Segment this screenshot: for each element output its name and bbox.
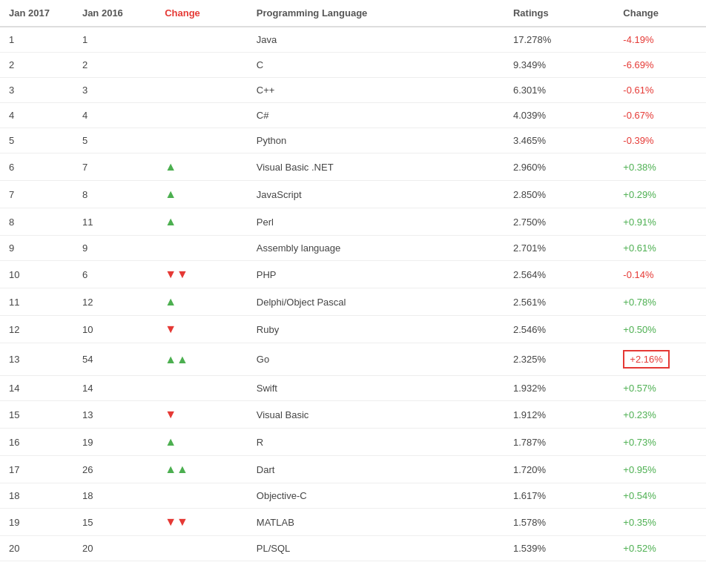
ratings-cell: 2.701% bbox=[504, 236, 614, 261]
ratings-cell: 2.850% bbox=[504, 181, 614, 208]
change-value-cell: +0.91% bbox=[614, 208, 706, 236]
change-value-cell: +0.38% bbox=[614, 153, 706, 181]
change-value-cell: +0.52% bbox=[614, 536, 706, 561]
rank-cell: 20 bbox=[0, 536, 73, 561]
table-row: 1619▲R1.787%+0.73% bbox=[0, 429, 706, 456]
change-value: -4.19% bbox=[623, 34, 653, 45]
rank-cell: 18 bbox=[0, 483, 73, 509]
language-cell: Assembly language bbox=[248, 236, 504, 261]
rank-cell: 12 bbox=[0, 316, 73, 343]
table-row: 106▼▼PHP2.564%-0.14% bbox=[0, 261, 706, 288]
header-change: Change bbox=[156, 0, 248, 27]
change-value-cell: -0.39% bbox=[614, 128, 706, 153]
arrow-down-icon: ▼ bbox=[165, 323, 176, 335]
change-value: -0.61% bbox=[623, 85, 653, 96]
prev-rank-cell: 11 bbox=[73, 208, 156, 236]
table-row: 99Assembly language2.701%+0.61% bbox=[0, 236, 706, 261]
table-row: 44C#4.039%-0.67% bbox=[0, 103, 706, 128]
language-cell: Perl bbox=[248, 208, 504, 236]
arrow-up-double-icon: ▲▲ bbox=[165, 463, 188, 475]
prev-rank-cell: 12 bbox=[73, 288, 156, 316]
rank-cell: 11 bbox=[0, 288, 73, 316]
change-icon-cell bbox=[156, 376, 248, 401]
language-cell: MATLAB bbox=[248, 509, 504, 536]
language-cell: Python bbox=[248, 128, 504, 153]
prev-rank-cell: 15 bbox=[73, 509, 156, 536]
ratings-cell: 1.617% bbox=[504, 483, 614, 509]
prev-rank-cell: 4 bbox=[73, 103, 156, 128]
change-value-cell: -4.19% bbox=[614, 27, 706, 53]
change-value: -6.69% bbox=[623, 59, 653, 70]
change-value-cell: +0.35% bbox=[614, 509, 706, 536]
ratings-cell: 1.578% bbox=[504, 509, 614, 536]
table-row: 1513▼Visual Basic1.912%+0.23% bbox=[0, 401, 706, 429]
header-language: Programming Language bbox=[248, 0, 504, 27]
ratings-cell: 2.546% bbox=[504, 316, 614, 343]
change-icon-cell: ▼▼ bbox=[156, 261, 248, 288]
change-icon-cell: ▲ bbox=[156, 208, 248, 236]
change-value: +0.61% bbox=[623, 242, 656, 254]
language-cell: R bbox=[248, 429, 504, 456]
arrow-down-icon: ▼ bbox=[165, 408, 176, 420]
language-cell: C++ bbox=[248, 78, 504, 103]
ratings-cell: 9.349% bbox=[504, 53, 614, 78]
language-cell: JavaScript bbox=[248, 181, 504, 208]
change-icon-cell bbox=[156, 128, 248, 153]
prev-rank-cell: 9 bbox=[73, 236, 156, 261]
table-row: 1818Objective-C1.617%+0.54% bbox=[0, 483, 706, 509]
change-icon-cell: ▼ bbox=[156, 401, 248, 429]
change-icon-cell: ▲▲ bbox=[156, 343, 248, 376]
table-row: 1354▲▲Go2.325%+2.16% bbox=[0, 343, 706, 376]
rank-cell: 9 bbox=[0, 236, 73, 261]
change-icon-cell bbox=[156, 483, 248, 509]
ratings-cell: 17.278% bbox=[504, 27, 614, 53]
rank-cell: 14 bbox=[0, 376, 73, 401]
rank-cell: 4 bbox=[0, 103, 73, 128]
language-cell: C bbox=[248, 53, 504, 78]
ratings-cell: 3.465% bbox=[504, 128, 614, 153]
prev-rank-cell: 8 bbox=[73, 181, 156, 208]
prev-rank-cell: 14 bbox=[73, 376, 156, 401]
change-value: -0.39% bbox=[623, 135, 653, 146]
change-icon-cell bbox=[156, 27, 248, 53]
prev-rank-cell: 19 bbox=[73, 429, 156, 456]
change-icon-cell: ▲ bbox=[156, 153, 248, 181]
rank-cell: 1 bbox=[0, 27, 73, 53]
language-cell: Visual Basic .NET bbox=[248, 153, 504, 181]
header-jan2017: Jan 2017 bbox=[0, 0, 73, 27]
change-icon-cell: ▼▼ bbox=[156, 509, 248, 536]
language-cell: Visual Basic bbox=[248, 401, 504, 429]
change-icon-cell: ▲ bbox=[156, 288, 248, 316]
change-value: -0.14% bbox=[623, 269, 653, 280]
prev-rank-cell: 5 bbox=[73, 128, 156, 153]
language-cell: Delphi/Object Pascal bbox=[248, 288, 504, 316]
change-icon-cell bbox=[156, 536, 248, 561]
change-icon-cell: ▲▲ bbox=[156, 456, 248, 483]
prev-rank-cell: 2 bbox=[73, 53, 156, 78]
arrow-up-icon: ▲ bbox=[165, 160, 176, 173]
header-ratings: Ratings bbox=[504, 0, 614, 27]
change-value: +0.91% bbox=[623, 217, 656, 228]
change-value-cell: -6.69% bbox=[614, 53, 706, 78]
table-row: 811▲Perl2.750%+0.91% bbox=[0, 208, 706, 236]
ratings-cell: 2.564% bbox=[504, 261, 614, 288]
change-value: +0.73% bbox=[623, 437, 656, 448]
change-icon-cell: ▲ bbox=[156, 181, 248, 208]
arrow-up-icon: ▲ bbox=[165, 435, 176, 448]
prev-rank-cell: 7 bbox=[73, 153, 156, 181]
change-value: +0.35% bbox=[623, 517, 656, 528]
change-value-cell: +0.23% bbox=[614, 401, 706, 429]
language-cell: PHP bbox=[248, 261, 504, 288]
arrow-down-double-icon: ▼▼ bbox=[165, 515, 188, 528]
table-row: 2020PL/SQL1.539%+0.52% bbox=[0, 536, 706, 561]
table-row: 1210▼Ruby2.546%+0.50% bbox=[0, 316, 706, 343]
table-row: 78▲JavaScript2.850%+0.29% bbox=[0, 181, 706, 208]
change-value-cell: +0.29% bbox=[614, 181, 706, 208]
table-row: 1726▲▲Dart1.720%+0.95% bbox=[0, 456, 706, 483]
table-row: 11Java17.278%-4.19% bbox=[0, 27, 706, 53]
change-value-cell: +0.95% bbox=[614, 456, 706, 483]
change-icon-cell bbox=[156, 78, 248, 103]
rank-cell: 6 bbox=[0, 153, 73, 181]
change-value: +0.38% bbox=[623, 162, 656, 173]
table-row: 1112▲Delphi/Object Pascal2.561%+0.78% bbox=[0, 288, 706, 316]
